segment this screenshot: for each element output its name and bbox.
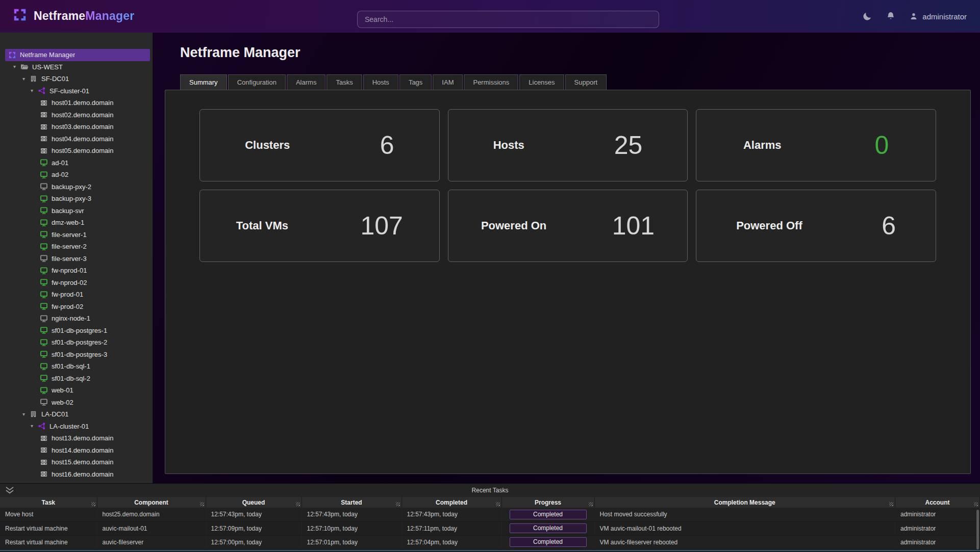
vm-off-icon xyxy=(40,182,48,191)
task-cell-message: VM auvic-mailout-01 rebooted xyxy=(594,521,895,535)
tree-item-label: ad-01 xyxy=(52,159,68,167)
task-cell-completed: 12:57:04pm, today xyxy=(401,535,501,549)
tab-iam[interactable]: IAM xyxy=(433,74,463,90)
column-header-task[interactable]: Task xyxy=(0,497,97,508)
column-header-account[interactable]: Account xyxy=(895,497,980,508)
task-cell-account: administrator xyxy=(895,521,980,535)
column-resize-handle[interactable] xyxy=(396,502,400,506)
tree-item-sf01-db-sql-1[interactable]: sf01-db-sql-1 xyxy=(0,360,153,373)
tree-item-host13-demo-domain[interactable]: host13.demo.domain xyxy=(0,432,153,444)
host-icon xyxy=(40,434,48,442)
tree-item-web-01[interactable]: web-01 xyxy=(0,384,153,397)
tree-item-backup-svr[interactable]: backup-svr xyxy=(0,205,153,217)
user-menu[interactable]: administrator xyxy=(909,12,967,21)
notifications-button[interactable] xyxy=(886,11,896,21)
task-cell-task: Restart virtual machine xyxy=(0,521,97,535)
tree-item-sf01-db-sql-2[interactable]: sf01-db-sql-2 xyxy=(0,373,153,385)
task-cell-component: host25.demo.domain xyxy=(97,508,206,521)
tree-item-nginx-node-1[interactable]: nginx-node-1 xyxy=(0,312,153,325)
column-resize-handle[interactable] xyxy=(91,502,95,506)
tree-item-host04-demo-domain[interactable]: host04.demo.domain xyxy=(0,133,153,145)
column-resize-handle[interactable] xyxy=(889,502,893,506)
tab-licenses[interactable]: Licenses xyxy=(519,74,564,90)
collapse-tasks-button[interactable] xyxy=(4,486,15,496)
tree-item-host01-demo-domain[interactable]: host01.demo.domain xyxy=(0,97,153,109)
tree-item-host05-demo-domain[interactable]: host05.demo.domain xyxy=(0,145,153,157)
tree-expander-icon[interactable]: ▾ xyxy=(22,76,30,82)
tab-tags[interactable]: Tags xyxy=(399,74,432,90)
tree-item-fw-nprod-02[interactable]: fw-nprod-02 xyxy=(0,277,153,289)
search-input[interactable] xyxy=(357,11,659,28)
task-cell-progress: Completed xyxy=(501,508,594,521)
column-header-started[interactable]: Started xyxy=(301,497,401,508)
column-resize-handle[interactable] xyxy=(200,502,204,506)
tree-item-file-server-1[interactable]: file-server-1 xyxy=(0,229,153,241)
tree-expander-icon[interactable]: ▾ xyxy=(31,88,38,93)
tree-item-host15-demo-domain[interactable]: host15.demo.domain xyxy=(0,456,153,468)
tree-item-host02-demo-domain[interactable]: host02.demo.domain xyxy=(0,109,153,121)
tree-item-backup-pxy-2[interactable]: backup-pxy-2 xyxy=(0,181,153,193)
column-header-label: Queued xyxy=(242,499,265,506)
tree-item-sf01-db-postgres-1[interactable]: sf01-db-postgres-1 xyxy=(0,325,153,337)
tree-item-label: US-WEST xyxy=(32,63,63,71)
tree-expander-icon[interactable]: ▾ xyxy=(22,412,30,417)
tasks-scrollbar[interactable] xyxy=(976,510,979,549)
column-resize-handle[interactable] xyxy=(974,502,978,506)
column-header-completed[interactable]: Completed xyxy=(401,497,501,508)
tree-item-backup-pxy-3[interactable]: backup-pxy-3 xyxy=(0,193,153,205)
tab-support[interactable]: Support xyxy=(565,74,607,90)
tree-item-label: sf01-db-postgres-3 xyxy=(52,351,107,358)
bottom-scroll-indicator xyxy=(0,550,980,551)
app-title-primary: Netframe xyxy=(34,9,85,22)
tree-item-us-west[interactable]: ▾US-WEST xyxy=(0,61,153,73)
column-resize-handle[interactable] xyxy=(296,502,300,506)
tree-item-fw-prod-02[interactable]: fw-prod-02 xyxy=(0,301,153,313)
column-header-completion-message[interactable]: Completion Message xyxy=(594,497,895,508)
card-value: 6 xyxy=(380,130,394,160)
vm-on-icon xyxy=(40,171,48,179)
tree-item-file-server-3[interactable]: file-server-3 xyxy=(0,253,153,265)
tree-item-label: web-01 xyxy=(52,386,73,394)
tree-item-label: fw-prod-01 xyxy=(52,291,83,298)
tree-expander-icon[interactable]: ▾ xyxy=(13,64,20,69)
column-resize-handle[interactable] xyxy=(496,502,500,506)
tree-item-label: sf01-db-sql-1 xyxy=(52,362,90,370)
tree-item-sf-cluster-01[interactable]: ▾SF-cluster-01 xyxy=(0,85,153,97)
tree-item-netframe-manager[interactable]: Netframe Manager xyxy=(5,49,150,61)
tree-item-fw-prod-01[interactable]: fw-prod-01 xyxy=(0,288,153,301)
tree-item-dmz-web-1[interactable]: dmz-web-1 xyxy=(0,217,153,229)
tree-item-label: sf01-db-postgres-1 xyxy=(52,327,107,334)
tree-item-ad-02[interactable]: ad-02 xyxy=(0,169,153,181)
tree-item-host14-demo-domain[interactable]: host14.demo.domain xyxy=(0,444,153,457)
tree-item-host16-demo-domain[interactable]: host16.demo.domain xyxy=(0,468,153,481)
tab-tasks[interactable]: Tasks xyxy=(326,74,362,90)
column-resize-handle[interactable] xyxy=(589,502,593,506)
card-hosts: Hosts 25 xyxy=(448,109,688,181)
column-header-queued[interactable]: Queued xyxy=(206,497,301,508)
tree-item-la-dc01[interactable]: ▾LA-DC01 xyxy=(0,408,153,420)
tree-item-la-cluster-01[interactable]: ▾LA-cluster-01 xyxy=(0,420,153,433)
tab-alarms[interactable]: Alarms xyxy=(287,74,325,90)
tree-item-file-server-2[interactable]: file-server-2 xyxy=(0,241,153,253)
tree-item-label: file-server-3 xyxy=(52,255,87,262)
tree-item-ad-01[interactable]: ad-01 xyxy=(0,157,153,169)
column-header-progress[interactable]: Progress xyxy=(501,497,594,508)
column-header-component[interactable]: Component xyxy=(97,497,206,508)
tree-item-label: LA-DC01 xyxy=(41,410,68,418)
tree-item-web-02[interactable]: web-02 xyxy=(0,397,153,409)
vm-on-icon xyxy=(40,278,48,286)
task-cell-account: administrator xyxy=(895,508,980,521)
tab-summary[interactable]: Summary xyxy=(180,74,227,90)
tree-item-host03-demo-domain[interactable]: host03.demo.domain xyxy=(0,121,153,133)
task-row: Move hosthost25.demo.domain12:57:43pm, t… xyxy=(0,508,980,521)
tab-permissions[interactable]: Permissions xyxy=(464,74,518,90)
tree-item-sf-dc01[interactable]: ▾SF-DC01 xyxy=(0,73,153,85)
dark-mode-toggle[interactable] xyxy=(862,11,872,21)
tree-expander-icon[interactable]: ▾ xyxy=(31,424,38,429)
tab-hosts[interactable]: Hosts xyxy=(363,74,398,90)
tab-configuration[interactable]: Configuration xyxy=(228,74,286,90)
card-powered-off: Powered Off 6 xyxy=(696,190,936,262)
tree-item-fw-nprod-01[interactable]: fw-nprod-01 xyxy=(0,265,153,277)
tree-item-sf01-db-postgres-2[interactable]: sf01-db-postgres-2 xyxy=(0,336,153,349)
tree-item-sf01-db-postgres-3[interactable]: sf01-db-postgres-3 xyxy=(0,349,153,361)
